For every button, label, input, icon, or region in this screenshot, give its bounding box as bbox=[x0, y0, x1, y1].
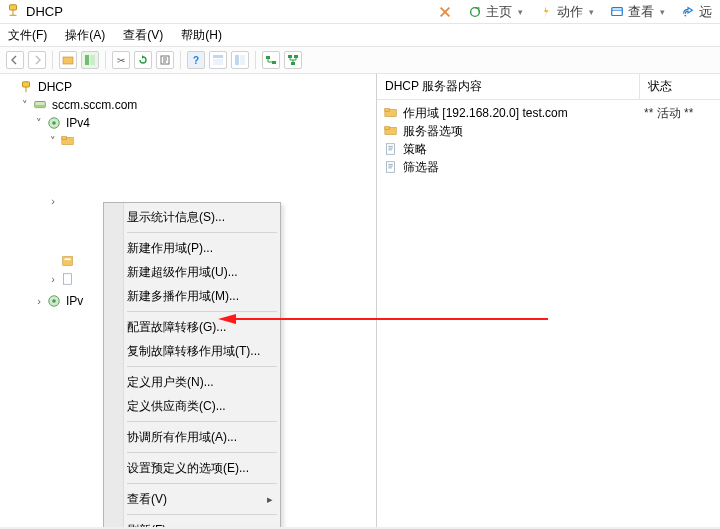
list-item[interactable]: 筛选器 bbox=[383, 158, 714, 176]
svg-rect-11 bbox=[63, 57, 73, 64]
svg-marker-6 bbox=[478, 7, 481, 9]
tree-pane: DHCP ˅ sccm.sccm.com ˅ IPv4 ˅ › bbox=[0, 74, 377, 527]
svg-rect-12 bbox=[85, 55, 89, 65]
tb-cut[interactable]: ✂ bbox=[112, 51, 130, 69]
tree-root[interactable]: DHCP bbox=[2, 78, 374, 96]
svg-point-10 bbox=[685, 15, 687, 17]
tree-server-label: sccm.sccm.com bbox=[52, 98, 137, 112]
svg-rect-32 bbox=[62, 137, 66, 140]
ctx-show-stats[interactable]: 显示统计信息(S)... bbox=[105, 205, 279, 229]
tree-root-label: DHCP bbox=[38, 80, 72, 94]
col-content[interactable]: DHCP 服务器内容 bbox=[377, 74, 640, 99]
svg-rect-22 bbox=[288, 55, 292, 58]
tb-panel[interactable] bbox=[81, 51, 99, 69]
ribbon-view[interactable]: 查看▾ bbox=[606, 1, 669, 23]
server-icon bbox=[32, 98, 48, 112]
ctx-new-superscope[interactable]: 新建超级作用域(U)... bbox=[105, 260, 279, 284]
svg-marker-14 bbox=[142, 55, 144, 59]
svg-rect-18 bbox=[235, 55, 239, 65]
menu-view[interactable]: 查看(V) bbox=[121, 25, 165, 46]
ipv4-icon bbox=[46, 116, 62, 130]
folder-icon bbox=[383, 106, 399, 120]
ribbon: 主页▾ 动作▾ 查看▾ 远 bbox=[430, 0, 720, 24]
list-body: 作用域 [192.168.20.0] test.com ** 活动 ** 服务器… bbox=[377, 100, 720, 527]
dhcp-icon bbox=[18, 80, 34, 94]
tb-help[interactable]: ? bbox=[187, 51, 205, 69]
svg-point-30 bbox=[52, 121, 56, 125]
ctx-copy-failover[interactable]: 复制故障转移作用域(T)... bbox=[105, 339, 279, 363]
content-area: DHCP ˅ sccm.sccm.com ˅ IPv4 ˅ › bbox=[0, 74, 720, 529]
svg-rect-19 bbox=[240, 55, 245, 65]
tb-net1[interactable] bbox=[262, 51, 280, 69]
svg-rect-16 bbox=[213, 55, 223, 58]
app-icon bbox=[6, 3, 20, 20]
tb-fwd[interactable] bbox=[28, 51, 46, 69]
twisty-icon[interactable]: ˅ bbox=[18, 99, 32, 112]
context-menu: 显示统计信息(S)... 新建作用域(P)... 新建超级作用域(U)... 新… bbox=[103, 202, 281, 527]
svg-marker-7 bbox=[543, 6, 548, 18]
sheet-icon bbox=[60, 272, 76, 286]
list-pane: DHCP 服务器内容 状态 作用域 [192.168.20.0] test.co… bbox=[377, 74, 720, 527]
svg-rect-20 bbox=[266, 56, 270, 59]
chevron-right-icon[interactable]: › bbox=[32, 295, 46, 307]
ctx-reconcile[interactable]: 协调所有作用域(A)... bbox=[105, 425, 279, 449]
menu-bar: 文件(F) 操作(A) 查看(V) 帮助(H) bbox=[0, 24, 720, 46]
svg-rect-35 bbox=[64, 274, 72, 285]
ctx-new-multicast[interactable]: 新建多播作用域(M)... bbox=[105, 284, 279, 308]
twisty-icon[interactable]: ˅ bbox=[46, 135, 60, 148]
ribbon-pin[interactable] bbox=[434, 3, 456, 21]
svg-rect-0 bbox=[10, 5, 17, 10]
svg-rect-24 bbox=[291, 62, 295, 65]
list-item[interactable]: 服务器选项 bbox=[383, 122, 714, 140]
tree-server[interactable]: ˅ sccm.sccm.com bbox=[2, 96, 374, 114]
ribbon-action[interactable]: 动作▾ bbox=[535, 1, 598, 23]
svg-rect-39 bbox=[385, 109, 389, 112]
ctx-define-vendor-class[interactable]: 定义供应商类(C)... bbox=[105, 394, 279, 418]
tree-scope-folder[interactable]: ˅ bbox=[2, 132, 374, 150]
toolbar: ✂ ? bbox=[0, 46, 720, 74]
menu-file[interactable]: 文件(F) bbox=[6, 25, 49, 46]
twisty-icon[interactable]: ˅ bbox=[32, 117, 46, 130]
list-item[interactable]: 策略 bbox=[383, 140, 714, 158]
tb-layout2[interactable] bbox=[231, 51, 249, 69]
ctx-view[interactable]: 查看(V) bbox=[105, 487, 279, 511]
ctx-define-user-class[interactable]: 定义用户类(N)... bbox=[105, 370, 279, 394]
list-item[interactable]: 作用域 [192.168.20.0] test.com ** 活动 ** bbox=[383, 104, 714, 122]
ctx-refresh[interactable]: 刷新(F) bbox=[105, 518, 279, 527]
tree-ipv4-label: IPv4 bbox=[66, 116, 90, 130]
ctx-predefined-options[interactable]: 设置预定义的选项(E)... bbox=[105, 456, 279, 480]
tb-export[interactable] bbox=[156, 51, 174, 69]
svg-rect-23 bbox=[294, 55, 298, 58]
ribbon-extra[interactable]: 远 bbox=[677, 1, 716, 23]
svg-rect-13 bbox=[90, 55, 95, 65]
sheet-icon bbox=[383, 142, 399, 156]
ribbon-home[interactable]: 主页▾ bbox=[464, 1, 527, 23]
svg-rect-43 bbox=[387, 162, 395, 173]
svg-point-37 bbox=[52, 299, 56, 303]
list-header: DHCP 服务器内容 状态 bbox=[377, 74, 720, 100]
chevron-right-icon[interactable]: › bbox=[46, 273, 60, 285]
sheet-icon bbox=[383, 160, 399, 174]
menu-help[interactable]: 帮助(H) bbox=[179, 25, 224, 46]
menu-action[interactable]: 操作(A) bbox=[63, 25, 107, 46]
tb-refresh[interactable] bbox=[134, 51, 152, 69]
svg-rect-41 bbox=[385, 127, 389, 130]
tree-ipv-other-label: IPv bbox=[66, 294, 83, 308]
tb-net2[interactable] bbox=[284, 51, 302, 69]
tb-folder[interactable] bbox=[59, 51, 77, 69]
tree-ipv4[interactable]: ˅ IPv4 bbox=[2, 114, 374, 132]
svg-rect-33 bbox=[63, 257, 73, 266]
svg-rect-17 bbox=[213, 59, 223, 65]
svg-rect-28 bbox=[35, 105, 46, 108]
folder-icon bbox=[383, 124, 399, 138]
chevron-right-icon[interactable]: › bbox=[46, 195, 60, 207]
ipv-icon bbox=[46, 294, 62, 308]
col-status[interactable]: 状态 bbox=[640, 74, 720, 99]
tb-layout1[interactable] bbox=[209, 51, 227, 69]
folder-icon bbox=[60, 134, 76, 148]
svg-rect-25 bbox=[23, 82, 30, 87]
ctx-new-scope[interactable]: 新建作用域(P)... bbox=[105, 236, 279, 260]
tb-back[interactable] bbox=[6, 51, 24, 69]
ctx-config-failover[interactable]: 配置故障转移(G)... bbox=[105, 315, 279, 339]
svg-rect-8 bbox=[612, 8, 623, 16]
